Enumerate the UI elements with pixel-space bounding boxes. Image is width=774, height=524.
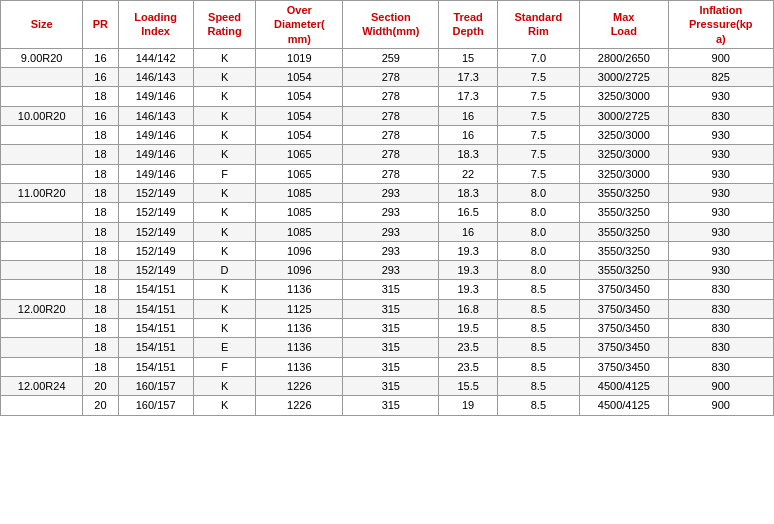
cell-diameter: 1054 bbox=[256, 68, 343, 87]
cell-diameter: 1096 bbox=[256, 241, 343, 260]
cell-tread: 19.3 bbox=[439, 261, 497, 280]
col-header-rim: StandardRim bbox=[497, 1, 579, 49]
cell-size bbox=[1, 87, 83, 106]
cell-speed: K bbox=[193, 87, 256, 106]
cell-load: 3250/3000 bbox=[580, 145, 669, 164]
table-header-row: Size PR LoadingIndex SpeedRating OverDia… bbox=[1, 1, 774, 49]
cell-tread: 16 bbox=[439, 222, 497, 241]
cell-tread: 16.5 bbox=[439, 203, 497, 222]
cell-pr: 16 bbox=[83, 106, 118, 125]
cell-loading: 152/149 bbox=[118, 222, 193, 241]
cell-width: 315 bbox=[343, 376, 439, 395]
cell-loading: 149/146 bbox=[118, 164, 193, 183]
cell-tread: 18.3 bbox=[439, 183, 497, 202]
table-row: 9.00R2016144/142K1019259157.02800/265090… bbox=[1, 48, 774, 67]
cell-inflation: 930 bbox=[668, 203, 773, 222]
cell-speed: K bbox=[193, 319, 256, 338]
cell-loading: 152/149 bbox=[118, 261, 193, 280]
cell-pr: 18 bbox=[83, 87, 118, 106]
cell-width: 315 bbox=[343, 319, 439, 338]
cell-load: 3750/3450 bbox=[580, 319, 669, 338]
cell-rim: 8.5 bbox=[497, 338, 579, 357]
cell-width: 259 bbox=[343, 48, 439, 67]
cell-load: 3250/3000 bbox=[580, 126, 669, 145]
col-header-inflation: InflationPressure(kpa) bbox=[668, 1, 773, 49]
cell-rim: 8.0 bbox=[497, 222, 579, 241]
cell-inflation: 830 bbox=[668, 106, 773, 125]
cell-load: 3550/3250 bbox=[580, 203, 669, 222]
cell-width: 278 bbox=[343, 68, 439, 87]
cell-width: 278 bbox=[343, 87, 439, 106]
cell-width: 293 bbox=[343, 241, 439, 260]
cell-load: 4500/4125 bbox=[580, 396, 669, 415]
cell-size bbox=[1, 319, 83, 338]
cell-loading: 152/149 bbox=[118, 203, 193, 222]
cell-size bbox=[1, 68, 83, 87]
cell-load: 3550/3250 bbox=[580, 261, 669, 280]
cell-pr: 18 bbox=[83, 222, 118, 241]
cell-speed: K bbox=[193, 183, 256, 202]
table-row: 18149/146F1065278227.53250/3000930 bbox=[1, 164, 774, 183]
cell-size bbox=[1, 164, 83, 183]
cell-size bbox=[1, 280, 83, 299]
cell-rim: 8.5 bbox=[497, 280, 579, 299]
cell-load: 3750/3450 bbox=[580, 299, 669, 318]
cell-diameter: 1054 bbox=[256, 87, 343, 106]
cell-tread: 16 bbox=[439, 126, 497, 145]
cell-speed: K bbox=[193, 222, 256, 241]
cell-inflation: 900 bbox=[668, 48, 773, 67]
table-row: 12.00R2018154/151K112531516.88.53750/345… bbox=[1, 299, 774, 318]
cell-loading: 154/151 bbox=[118, 357, 193, 376]
cell-speed: K bbox=[193, 68, 256, 87]
cell-speed: E bbox=[193, 338, 256, 357]
cell-width: 293 bbox=[343, 222, 439, 241]
cell-load: 3550/3250 bbox=[580, 222, 669, 241]
table-row: 12.00R2420160/157K122631515.58.54500/412… bbox=[1, 376, 774, 395]
cell-width: 278 bbox=[343, 126, 439, 145]
cell-width: 278 bbox=[343, 164, 439, 183]
cell-rim: 8.5 bbox=[497, 319, 579, 338]
cell-size bbox=[1, 126, 83, 145]
cell-diameter: 1226 bbox=[256, 396, 343, 415]
cell-width: 315 bbox=[343, 280, 439, 299]
table-row: 18154/151E113631523.58.53750/3450830 bbox=[1, 338, 774, 357]
cell-inflation: 900 bbox=[668, 376, 773, 395]
table-row: 18154/151F113631523.58.53750/3450830 bbox=[1, 357, 774, 376]
cell-size: 12.00R20 bbox=[1, 299, 83, 318]
cell-rim: 8.0 bbox=[497, 261, 579, 280]
cell-diameter: 1136 bbox=[256, 319, 343, 338]
cell-tread: 22 bbox=[439, 164, 497, 183]
cell-rim: 7.5 bbox=[497, 164, 579, 183]
cell-size: 12.00R24 bbox=[1, 376, 83, 395]
table-row: 18149/146K1054278167.53250/3000930 bbox=[1, 126, 774, 145]
cell-inflation: 930 bbox=[668, 241, 773, 260]
cell-tread: 16 bbox=[439, 106, 497, 125]
cell-tread: 19 bbox=[439, 396, 497, 415]
cell-inflation: 825 bbox=[668, 68, 773, 87]
table-row: 11.00R2018152/149K108529318.38.03550/325… bbox=[1, 183, 774, 202]
cell-diameter: 1085 bbox=[256, 222, 343, 241]
cell-rim: 7.0 bbox=[497, 48, 579, 67]
table-row: 18149/146K105427817.37.53250/3000930 bbox=[1, 87, 774, 106]
col-header-size: Size bbox=[1, 1, 83, 49]
cell-inflation: 830 bbox=[668, 299, 773, 318]
cell-diameter: 1054 bbox=[256, 106, 343, 125]
cell-rim: 8.0 bbox=[497, 183, 579, 202]
cell-diameter: 1054 bbox=[256, 126, 343, 145]
table-row: 18152/149K108529316.58.03550/3250930 bbox=[1, 203, 774, 222]
cell-loading: 146/143 bbox=[118, 106, 193, 125]
cell-rim: 7.5 bbox=[497, 106, 579, 125]
cell-pr: 18 bbox=[83, 145, 118, 164]
cell-size bbox=[1, 261, 83, 280]
cell-rim: 7.5 bbox=[497, 87, 579, 106]
cell-width: 315 bbox=[343, 338, 439, 357]
col-header-pr: PR bbox=[83, 1, 118, 49]
cell-diameter: 1096 bbox=[256, 261, 343, 280]
cell-diameter: 1085 bbox=[256, 203, 343, 222]
cell-inflation: 830 bbox=[668, 338, 773, 357]
cell-pr: 20 bbox=[83, 396, 118, 415]
cell-speed: K bbox=[193, 48, 256, 67]
cell-size bbox=[1, 241, 83, 260]
cell-loading: 144/142 bbox=[118, 48, 193, 67]
cell-size bbox=[1, 203, 83, 222]
